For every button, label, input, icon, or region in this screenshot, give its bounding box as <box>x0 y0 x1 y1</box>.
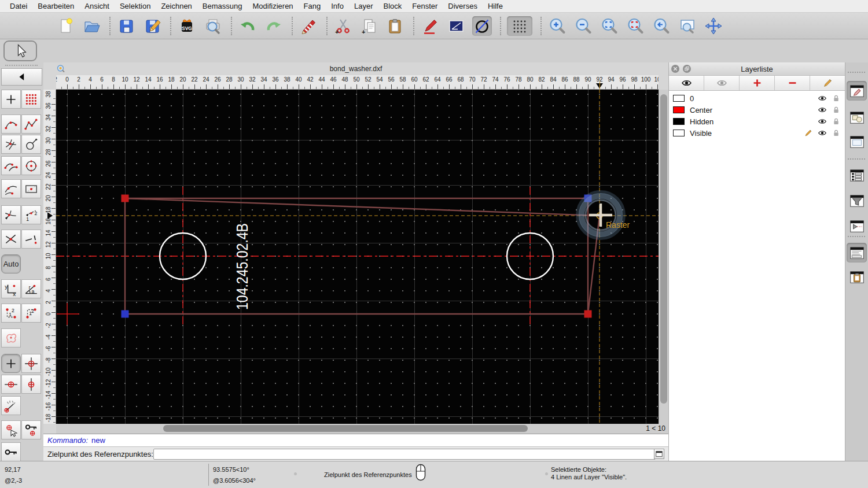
menu-layer[interactable]: Layer <box>349 2 378 10</box>
open-file-button[interactable] <box>82 16 101 36</box>
detach-panel-button[interactable] <box>682 64 692 76</box>
menu-hilfe[interactable]: Hilfe <box>483 2 508 10</box>
snap-auto-button[interactable]: Auto <box>1 254 21 273</box>
command-input[interactable] <box>153 449 656 460</box>
corner-order-12-button[interactable]: 12 <box>1 304 21 323</box>
circle-center-points-button[interactable] <box>21 156 41 175</box>
layer-visibility-toggle[interactable] <box>818 105 827 114</box>
save-button[interactable] <box>116 16 136 36</box>
draft-mode-button[interactable] <box>472 16 492 36</box>
circle-grip-button[interactable] <box>21 135 41 154</box>
draw-point-button[interactable] <box>1 90 21 109</box>
menu-selektion[interactable]: Selektion <box>115 2 156 10</box>
menu-diverses[interactable]: Diverses <box>443 2 483 10</box>
drawing-window-titlebar[interactable]: bond_washer.dxf <box>43 62 668 75</box>
menu-ansicht[interactable]: Ansicht <box>79 2 115 10</box>
zoom-selection-button[interactable] <box>626 16 645 36</box>
zoom-out-button[interactable] <box>573 16 593 36</box>
layer-color-swatch[interactable] <box>673 95 685 102</box>
move-reference-button[interactable] <box>1 205 21 224</box>
menu-zeichnen[interactable]: Zeichnen <box>156 2 197 10</box>
hide-all-layers-button[interactable] <box>704 76 740 90</box>
dock-entity-list-toggle[interactable] <box>847 165 867 185</box>
lock-relative-zero-button[interactable] <box>21 420 41 439</box>
print-preview-button[interactable] <box>203 16 223 36</box>
cut-button[interactable]: + <box>333 16 353 36</box>
new-file-button[interactable] <box>56 16 75 36</box>
paste-button[interactable] <box>385 16 405 36</box>
layer-row-0[interactable]: 0 <box>669 93 845 104</box>
dock-block-list-toggle[interactable] <box>847 108 867 127</box>
horizontal-scrollbar-thumb[interactable] <box>163 425 528 432</box>
zoom-pan-button[interactable] <box>704 16 723 36</box>
layer-row-center[interactable]: Center <box>669 104 845 116</box>
export-svg-button[interactable]: SVG <box>177 16 197 36</box>
layer-row-visible[interactable]: Visible <box>669 127 845 139</box>
zoom-in-button[interactable] <box>547 16 567 36</box>
copy-button[interactable]: + <box>359 16 379 36</box>
zoom-previous-button[interactable] <box>652 16 671 36</box>
remove-layer-button[interactable] <box>775 76 810 90</box>
toolbar-grip[interactable] <box>5 65 38 66</box>
tangent-curves-button[interactable] <box>1 135 21 154</box>
dock-layer-list-toggle[interactable] <box>847 81 867 101</box>
restrict-nothing-button[interactable] <box>1 354 21 373</box>
edit-layer-button[interactable] <box>810 76 845 90</box>
layer-visibility-toggle[interactable] <box>818 117 827 126</box>
rect-reference-button[interactable] <box>21 179 41 198</box>
dock-selection-filter-toggle[interactable] <box>847 191 867 210</box>
selection-handle[interactable] <box>584 310 592 318</box>
layer-color-swatch[interactable] <box>673 118 685 125</box>
menu-info[interactable]: Info <box>326 2 349 10</box>
menu-fenster[interactable]: Fenster <box>407 2 443 10</box>
selection-handle[interactable] <box>122 310 129 318</box>
layer-visibility-toggle[interactable] <box>818 128 827 138</box>
menu-fang[interactable]: Fang <box>299 2 326 10</box>
layer-color-swatch[interactable] <box>673 130 685 136</box>
selection-handle[interactable] <box>122 195 129 202</box>
redo-button[interactable] <box>264 16 284 36</box>
tools-back-button[interactable] <box>1 68 42 86</box>
zoom-window-button[interactable] <box>678 16 697 36</box>
draw-point-grid-button[interactable] <box>21 90 41 109</box>
two-arcs-button[interactable] <box>1 156 21 175</box>
dock-command-line-toggle[interactable] <box>847 243 867 263</box>
layer-lock-toggle[interactable] <box>832 128 841 138</box>
layer-lock-toggle[interactable] <box>832 105 841 114</box>
undo-button[interactable] <box>238 16 258 36</box>
layer-lock-toggle[interactable] <box>832 117 841 126</box>
layer-visibility-toggle[interactable] <box>818 94 827 103</box>
snap-selected-button[interactable] <box>1 420 21 439</box>
polyline-points-button[interactable] <box>21 114 41 134</box>
coord-cartesian-button[interactable]: yx <box>1 279 21 298</box>
edit-pen-button[interactable] <box>420 16 440 36</box>
restrict-vertical-button[interactable] <box>21 375 41 394</box>
dock-library-browser-toggle[interactable] <box>847 132 867 151</box>
close-panel-button[interactable] <box>671 64 680 76</box>
drawing-canvas[interactable]: 104.245.02.4BRaster <box>56 90 659 424</box>
relative-zero-lock-button[interactable] <box>1 442 21 461</box>
snap-intersection-button[interactable] <box>1 230 21 249</box>
menu-bearbeiten[interactable]: Bearbeiten <box>32 2 79 10</box>
coord-polar-button[interactable]: ra <box>21 279 41 298</box>
horizontal-scrollbar[interactable]: 1 < 10 <box>56 424 668 434</box>
snap-endpoint-button[interactable] <box>21 230 41 249</box>
arc-tangent-button[interactable] <box>1 179 21 198</box>
snap-grid-point-button[interactable] <box>21 354 41 373</box>
zoom-auto-button[interactable] <box>599 16 619 36</box>
layer-row-hidden[interactable]: Hidden <box>669 116 845 127</box>
part-number-text[interactable]: 104.245.02.4B <box>234 223 251 310</box>
layer-lock-toggle[interactable] <box>832 94 841 103</box>
menu-block[interactable]: Block <box>378 2 407 10</box>
grid-toggle-button[interactable] <box>507 16 532 36</box>
layer-color-swatch[interactable] <box>673 106 685 113</box>
menu-modifizieren[interactable]: Modifizieren <box>248 2 299 10</box>
pen-box-button[interactable] <box>446 16 466 36</box>
dock-clipboard-toggle[interactable] <box>847 267 867 287</box>
menu-bemassung[interactable]: Bemassung <box>197 2 248 10</box>
spline-points-button[interactable] <box>1 114 21 134</box>
snap-free-button[interactable] <box>1 328 21 347</box>
dock-light-widget-toggle[interactable] <box>847 216 867 236</box>
command-options-button[interactable] <box>654 449 664 459</box>
snap-angle-button[interactable] <box>1 396 21 415</box>
